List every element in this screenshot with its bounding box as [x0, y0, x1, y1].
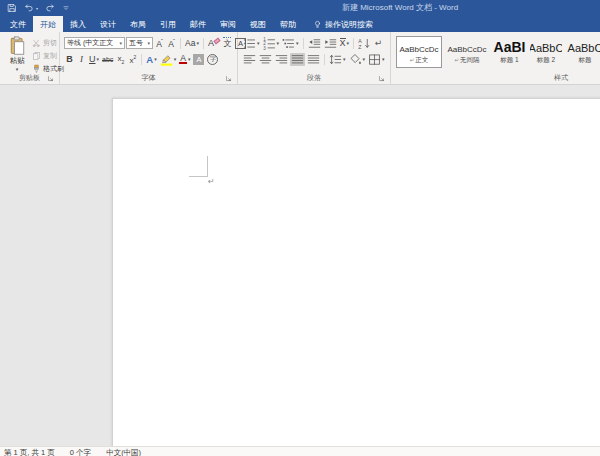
superscript-button[interactable]: x2: [127, 53, 138, 66]
style-item-normal[interactable]: AaBbCcDc ↵正文: [396, 36, 442, 68]
font-size-select[interactable]: 五号 ▾: [126, 37, 153, 49]
asian-layout-button[interactable]: X▾: [339, 37, 351, 50]
subscript-button[interactable]: x2: [115, 53, 126, 66]
tab-insert[interactable]: 插入: [63, 16, 93, 32]
tell-me-search[interactable]: 操作说明搜索: [305, 16, 381, 32]
grow-font-button[interactable]: Aˆ: [154, 37, 165, 50]
tab-review[interactable]: 审阅: [213, 16, 243, 32]
eraser-icon: [213, 38, 220, 45]
enclose-character-button[interactable]: 字: [206, 53, 219, 66]
distribute-button[interactable]: [306, 53, 321, 66]
align-center-button[interactable]: [258, 53, 273, 66]
text-effects-button[interactable]: A▾: [145, 53, 157, 66]
tab-design[interactable]: 设计: [93, 16, 123, 32]
style-preview: AaBI: [494, 40, 526, 54]
tab-help[interactable]: 帮助: [273, 16, 303, 32]
shrink-font-button[interactable]: Aˇ: [166, 37, 177, 50]
tab-view[interactable]: 视图: [243, 16, 273, 32]
font-group-label: 字体: [60, 73, 237, 83]
align-left-button[interactable]: [242, 53, 257, 66]
strikethrough-button[interactable]: abc: [101, 53, 114, 66]
bullets-button[interactable]: ▾: [242, 37, 261, 50]
clipboard-dialog-launcher-icon[interactable]: [47, 75, 54, 82]
status-page-info[interactable]: 第 1 页, 共 1 页: [4, 447, 55, 456]
paragraph-mark: ↵: [208, 178, 215, 186]
text-boundary-corner-mark: [207, 156, 208, 176]
separator: [141, 54, 142, 65]
text-boundary-corner-mark: [189, 176, 208, 177]
styles-group-label: 样式: [531, 73, 591, 83]
word-window: ▾ 新建 Microsoft Word 文档 - Word 文件 开始 插入 设…: [0, 0, 600, 456]
underline-button[interactable]: U▾: [88, 53, 100, 66]
status-word-count[interactable]: 0 个字: [70, 447, 91, 456]
line-spacing-icon: [329, 53, 342, 66]
character-shading-button[interactable]: A: [192, 53, 205, 66]
font-dialog-launcher-icon[interactable]: [225, 75, 232, 82]
style-preview: AaBbCcDc: [399, 46, 438, 54]
numbering-icon: 123: [263, 37, 276, 50]
tab-mailings[interactable]: 邮件: [183, 16, 213, 32]
show-hide-marks-button[interactable]: ↵: [373, 37, 384, 50]
italic-button[interactable]: I: [76, 53, 87, 66]
styles-group: AaBbCcDc ↵正文 AaBbCcDc ↵无间隔 AaBI 标题 1 AaB…: [391, 32, 600, 84]
sort-button[interactable]: AZ: [357, 37, 372, 50]
align-right-button[interactable]: [274, 53, 289, 66]
increase-indent-button[interactable]: [323, 37, 338, 50]
status-language[interactable]: 中文(中国): [106, 447, 141, 456]
style-item-no-spacing[interactable]: AaBbCcDc ↵无间隔: [444, 36, 490, 68]
decrease-indent-icon: [308, 37, 321, 50]
font-color-button[interactable]: A ▾: [178, 53, 191, 66]
phonetic-guide-button[interactable]: 文: [222, 37, 233, 50]
font-name-select[interactable]: 等线 (中文正文 ▾: [64, 37, 125, 49]
text-highlight-button[interactable]: ▾: [159, 53, 178, 66]
ribbon-tab-bar: 文件 开始 插入 设计 布局 引用 邮件 审阅 视图 帮助 操作说明搜索: [0, 16, 600, 32]
style-item-title[interactable]: AaBbC 标题: [565, 36, 600, 68]
tab-references[interactable]: 引用: [153, 16, 183, 32]
shading-bucket-icon: [349, 53, 362, 66]
font-name-caret: ▾: [119, 40, 122, 46]
bold-button[interactable]: B: [64, 53, 75, 66]
clear-formatting-button[interactable]: A: [207, 37, 221, 50]
style-item-heading1[interactable]: AaBI 标题 1: [492, 36, 527, 68]
borders-grid-icon: [368, 53, 381, 66]
borders-button[interactable]: ▾: [367, 53, 386, 66]
tell-me-label: 操作说明搜索: [325, 19, 373, 30]
cut-label: 剪切: [43, 38, 57, 48]
copy-label: 复制: [43, 51, 57, 61]
font-group: 等线 (中文正文 ▾ 五号 ▾ Aˆ Aˇ Aa ▾: [60, 32, 238, 84]
paragraph-dialog-launcher-icon[interactable]: [378, 75, 385, 82]
bullets-icon: [243, 37, 256, 50]
style-preview: AaBbC: [568, 43, 600, 54]
save-icon[interactable]: [7, 3, 17, 13]
align-left-icon: [243, 53, 256, 66]
document-canvas[interactable]: ↵: [0, 85, 600, 446]
undo-icon[interactable]: [24, 3, 34, 13]
separator: [203, 38, 204, 49]
multilevel-list-button[interactable]: ▾: [281, 37, 300, 50]
numbering-button[interactable]: 123▾: [262, 37, 281, 50]
sort-icon: AZ: [358, 37, 371, 50]
font-row-2: B I U▾ abc x2 x2 A▾ ▾: [64, 52, 236, 66]
undo-dropdown-caret[interactable]: ▾: [36, 6, 38, 11]
font-size-value: 五号: [129, 38, 143, 48]
increase-indent-icon: [324, 37, 337, 50]
separator: [353, 38, 354, 49]
redo-icon[interactable]: [45, 3, 55, 13]
tab-home[interactable]: 开始: [33, 16, 63, 32]
change-case-button[interactable]: Aa ▾: [184, 37, 200, 50]
paste-label: 粘贴: [10, 56, 25, 66]
align-center-icon: [259, 53, 272, 66]
paste-dropdown-caret[interactable]: ▾: [16, 66, 19, 72]
decrease-indent-button[interactable]: [307, 37, 322, 50]
tab-layout[interactable]: 布局: [123, 16, 153, 32]
customize-qat-icon[interactable]: [62, 3, 70, 13]
page[interactable]: ↵: [112, 98, 600, 446]
justify-button[interactable]: [290, 53, 305, 66]
clipboard-group: 粘贴 ▾ 剪切 复制 格式刷 剪贴板: [0, 32, 60, 84]
paragraph-group-label: 段落: [238, 73, 390, 83]
tab-file[interactable]: 文件: [3, 16, 33, 32]
line-spacing-button[interactable]: ▾: [328, 53, 347, 66]
shading-button[interactable]: ▾: [348, 53, 367, 66]
style-item-heading2[interactable]: AaBbC 标题 2: [529, 36, 563, 68]
svg-text:Z: Z: [358, 44, 361, 50]
